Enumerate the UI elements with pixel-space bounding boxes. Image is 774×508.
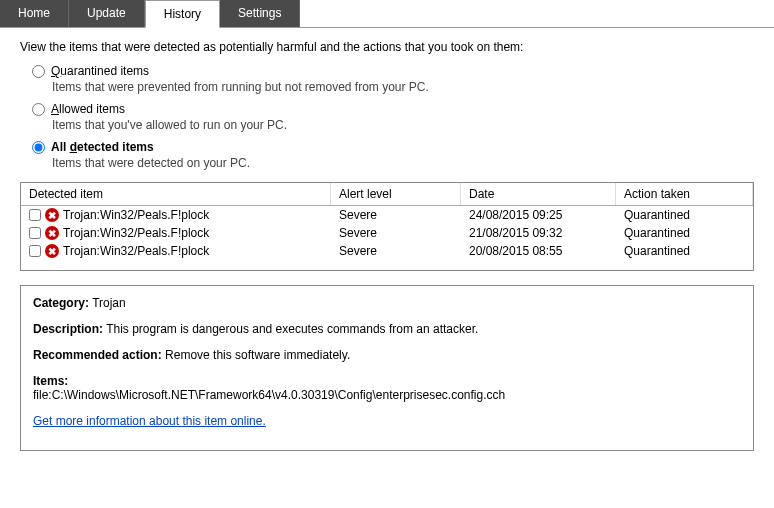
alert-level: Severe — [331, 206, 461, 224]
header-date[interactable]: Date — [461, 183, 616, 205]
description-label: Description: — [33, 322, 103, 336]
recommended-row: Recommended action: Remove this software… — [33, 348, 741, 362]
detection-date: 20/08/2015 08:55 — [461, 242, 616, 260]
table-row[interactable]: ✖ Trojan:Win32/Peals.F!plock Severe 24/0… — [21, 206, 753, 224]
radio-quarantined[interactable] — [32, 65, 45, 78]
more-info-link[interactable]: Get more information about this item onl… — [33, 414, 266, 428]
description-row: Description: This program is dangerous a… — [33, 322, 741, 336]
desc-all: Items that were detected on your PC. — [52, 156, 754, 170]
action-taken: Quarantined — [616, 242, 753, 260]
desc-allowed: Items that you've allowed to run on your… — [52, 118, 754, 132]
label-all[interactable]: All detected items — [51, 140, 154, 154]
alert-level: Severe — [331, 224, 461, 242]
tab-bar: Home Update History Settings — [0, 0, 774, 28]
row-checkbox[interactable] — [29, 227, 41, 239]
threat-icon: ✖ — [45, 226, 59, 240]
radio-all[interactable] — [32, 141, 45, 154]
table-row[interactable]: ✖ Trojan:Win32/Peals.F!plock Severe 20/0… — [21, 242, 753, 260]
recommended-value: Remove this software immediately. — [165, 348, 350, 362]
threat-name: Trojan:Win32/Peals.F!plock — [63, 226, 209, 240]
radio-allowed[interactable] — [32, 103, 45, 116]
label-quarantined[interactable]: Quarantined items — [51, 64, 149, 78]
threat-name: Trojan:Win32/Peals.F!plock — [63, 208, 209, 222]
option-allowed: Allowed items Items that you've allowed … — [32, 102, 754, 132]
view-options: Quarantined items Items that were preven… — [32, 64, 754, 170]
category-value: Trojan — [92, 296, 126, 310]
action-taken: Quarantined — [616, 206, 753, 224]
label-allowed[interactable]: Allowed items — [51, 102, 125, 116]
description-value: This program is dangerous and executes c… — [106, 322, 478, 336]
intro-text: View the items that were detected as pot… — [20, 40, 754, 54]
table-body: ✖ Trojan:Win32/Peals.F!plock Severe 24/0… — [21, 206, 753, 270]
tab-home[interactable]: Home — [0, 0, 69, 27]
row-checkbox[interactable] — [29, 245, 41, 257]
category-label: Category: — [33, 296, 89, 310]
items-row: Items: file:C:\Windows\Microsoft.NET\Fra… — [33, 374, 741, 402]
desc-quarantined: Items that were prevented from running b… — [52, 80, 754, 94]
threat-icon: ✖ — [45, 244, 59, 258]
threat-icon: ✖ — [45, 208, 59, 222]
header-action-taken[interactable]: Action taken — [616, 183, 753, 205]
table-header: Detected item Alert level Date Action ta… — [21, 183, 753, 206]
option-quarantined: Quarantined items Items that were preven… — [32, 64, 754, 94]
detection-date: 24/08/2015 09:25 — [461, 206, 616, 224]
category-row: Category: Trojan — [33, 296, 741, 310]
item-details: Category: Trojan Description: This progr… — [20, 285, 754, 451]
items-label: Items: — [33, 374, 68, 388]
tab-settings[interactable]: Settings — [220, 0, 300, 27]
header-alert-level[interactable]: Alert level — [331, 183, 461, 205]
content-area: View the items that were detected as pot… — [0, 28, 774, 463]
row-checkbox[interactable] — [29, 209, 41, 221]
detected-items-table: Detected item Alert level Date Action ta… — [20, 182, 754, 271]
action-taken: Quarantined — [616, 224, 753, 242]
items-value: file:C:\Windows\Microsoft.NET\Framework6… — [33, 388, 505, 402]
threat-name: Trojan:Win32/Peals.F!plock — [63, 244, 209, 258]
table-row[interactable]: ✖ Trojan:Win32/Peals.F!plock Severe 21/0… — [21, 224, 753, 242]
tab-history[interactable]: History — [145, 0, 220, 28]
option-all: All detected items Items that were detec… — [32, 140, 754, 170]
recommended-label: Recommended action: — [33, 348, 162, 362]
detection-date: 21/08/2015 09:32 — [461, 224, 616, 242]
alert-level: Severe — [331, 242, 461, 260]
header-detected-item[interactable]: Detected item — [21, 183, 331, 205]
tab-update[interactable]: Update — [69, 0, 145, 27]
